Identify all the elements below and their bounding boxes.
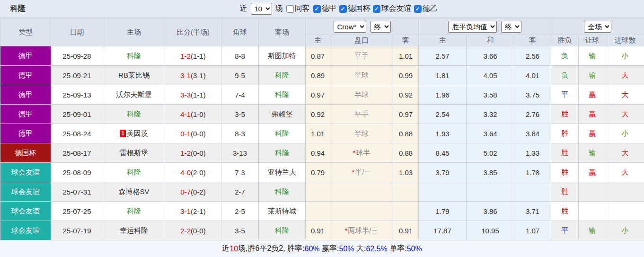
cell-ah-home-odds: 0.94 [306,143,330,163]
cell-competition: 德甲 [0,105,51,124]
cell-home-team[interactable]: 科隆 [103,46,165,66]
cell-away-team[interactable]: 斯图加特 [259,46,306,66]
avg-time-select[interactable]: 终 [501,21,521,33]
cell-ah-home-odds: 0.91 [306,221,330,240]
sub-header-avg-draw: 和 [467,35,514,46]
cell-away-team[interactable]: 科隆 [259,124,306,143]
cell-home-team[interactable]: 科隆 [103,163,165,182]
same-away-checkbox[interactable] [286,5,294,13]
col-header-date: 日期 [51,18,103,46]
cell-avg-home: 3.79 [419,163,467,182]
cell-avg-away: 3.71 [514,202,551,221]
match-row: 德甲25-08-241美因茨0-1(0-0)8-3科隆1.01半球0.881.9… [0,124,644,143]
unit-label: 场 [275,4,283,14]
cell-ah-home-odds: 0.79 [306,163,330,182]
league-label: 球会友谊 [381,4,412,14]
cell-competition: 德国杯 [0,143,51,163]
cell-away-team[interactable]: 亚特兰大 [259,163,306,182]
cell-avg-draw: 3.66 [467,46,514,66]
col-header-away: 客场 [259,18,306,46]
cell-competition: 球会友谊 [0,221,51,240]
cell-home-team[interactable]: 科隆 [103,202,165,221]
recent-count-select[interactable]: 10 [251,3,272,15]
cell-avg-home: 2.54 [419,105,467,124]
cell-away-team[interactable]: 科隆 [259,66,306,85]
cell-away-team[interactable]: 科隆 [259,85,306,105]
cell-avg-away: 1.78 [514,163,551,182]
cell-handicap-result: 输 [579,66,606,85]
cell-date: 25-08-24 [51,124,103,143]
star-marker: * [353,149,356,157]
cell-avg-draw: 4.05 [467,66,514,85]
cell-goals-result: 大 [606,143,644,163]
cell-score: 3-3(1-1) [165,85,221,105]
cell-avg-away: 3.75 [514,85,551,105]
cell-home-team[interactable]: RB莱比锡 [103,66,165,85]
cell-corners: 3-5 [221,105,259,124]
cell-goals-result: 小 [606,46,644,66]
ah-time-select[interactable]: 终 [371,21,391,33]
cell-competition: 球会友谊 [0,202,51,221]
odds-type-select[interactable]: 胜平负均值 [448,21,497,33]
cell-away-team[interactable]: 莱斯特城 [259,202,306,221]
avg-group-header: 胜平负均值 终 [419,18,551,35]
cell-ah-away-odds: 0.97 [393,105,419,124]
league-checkbox[interactable]: ✓ [373,5,380,13]
cell-home-team[interactable]: 1美因茨 [103,124,165,143]
match-row: 球会友谊25-07-31森博格SV0-7(0-2)2-7科隆胜 [0,182,644,202]
league-filter: ✓德甲 [313,4,337,14]
star-marker: * [352,168,354,176]
cell-corners: 7-3 [221,163,259,182]
cell-competition: 球会友谊 [0,163,51,182]
cell-score: 4-0(2-0) [165,163,221,182]
match-history-panel: 科隆 近 10 场 同客 ✓德甲✓德国杯✓球会友谊✓德乙 类型 日期 主场 比分… [0,0,644,257]
cell-home-team[interactable]: 雷根斯堡 [103,143,165,163]
cell-ah-away-odds: 0.91 [393,221,419,240]
cell-avg-draw [467,182,514,202]
cell-ah-away-odds: 0.88 [393,124,419,143]
cell-away-team[interactable]: 科隆 [259,221,306,240]
cell-home-team[interactable]: 科隆 [103,105,165,124]
cell-ah-home-odds: 0.87 [306,46,330,66]
summary-line: 近10场,胜6平2负2, 胜率:60% 赢率:50% 大:62.5% 单率:50… [0,240,644,257]
cell-home-team[interactable]: 森博格SV [103,182,165,202]
sub-header-result: 胜负 [551,35,579,46]
league-checkbox[interactable]: ✓ [414,5,422,13]
cell-avg-home [419,182,467,202]
cell-handicap-result: 赢 [579,163,606,182]
cell-home-team[interactable]: 沃尔夫斯堡 [103,85,165,105]
cell-corners: 8-3 [221,124,259,143]
cell-away-team[interactable]: 弗赖堡 [259,105,306,124]
cell-date: 25-09-01 [51,105,103,124]
cell-handicap-result [579,182,606,202]
match-history-table: 类型 日期 主场 比分(半场) 角球 客场 Crow* 终 胜平负均值 终 [0,18,644,240]
cell-home-team[interactable]: 幸运科隆 [103,221,165,240]
cell-ah-away-odds [393,182,419,202]
bookmaker-select[interactable]: Crow* [334,21,366,33]
ah-group-header: Crow* 终 [306,18,419,35]
cell-goals-result [606,202,644,221]
league-checkbox[interactable]: ✓ [313,5,321,13]
match-row: 德国杯25-08-17雷根斯堡1-2(0-0)3-13科隆0.94*球半0.88… [0,143,644,163]
cell-score: 3-1(3-1) [165,66,221,85]
cell-avg-away: 2.56 [514,46,551,66]
match-row: 德甲25-09-13沃尔夫斯堡3-3(1-1)7-4科隆0.97半球0.921.… [0,85,644,105]
cell-result: 平 [551,85,579,105]
match-row: 德甲25-09-21RB莱比锡3-1(3-1)9-5科隆0.89半球0.991.… [0,66,644,85]
cell-goals-result: 小 [606,124,644,143]
cell-avg-home: 1.81 [419,66,467,85]
result-group-header: 全场 [551,18,644,35]
cell-away-team[interactable]: 科隆 [259,143,306,163]
match-row: 德甲25-09-28科隆1-2(1-1)8-8斯图加特0.87平手1.012.5… [0,46,644,66]
cell-away-team[interactable]: 科隆 [259,182,306,202]
cell-ah-line: 半球 [330,66,393,85]
cell-avg-home: 2.57 [419,46,467,66]
cell-avg-home: 8.45 [419,143,467,163]
cell-ah-line [330,182,393,202]
cell-ah-away-odds: 0.92 [393,85,419,105]
cell-avg-draw: 5.02 [467,143,514,163]
scope-select[interactable]: 全场 [584,21,611,33]
league-checkbox[interactable]: ✓ [339,5,347,13]
same-away-filter: 同客 [286,4,310,14]
same-away-label: 同客 [295,4,310,14]
